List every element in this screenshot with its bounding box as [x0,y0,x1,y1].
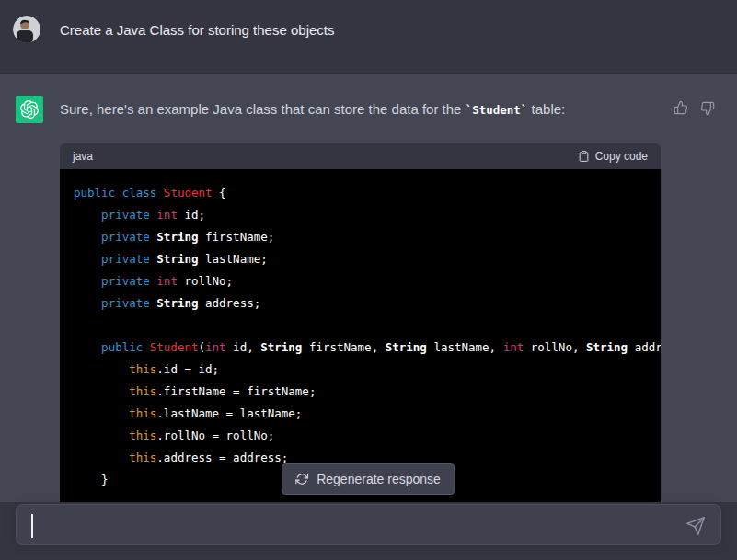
code-line: private String lastName; [74,248,647,270]
thumbs-up-button[interactable] [674,98,688,116]
code-content[interactable]: public class Student { private int id; p… [60,169,661,502]
regenerate-icon [295,473,308,486]
user-message-text: Create a Java Class for storing these ob… [60,22,334,38]
assistant-avatar [16,96,43,123]
thumbs-down-button[interactable] [700,101,715,116]
assistant-intro-text: Sure, here's an example Java class that … [60,101,565,117]
assistant-message-row: Sure, here's an example Java class that … [0,73,737,502]
copy-code-button[interactable]: Copy code [578,150,648,163]
code-line: private String firstName; [74,226,647,248]
thumbs-up-icon [674,100,688,115]
regenerate-label: Regenerate response [317,472,441,486]
code-block-header: java Copy code [60,143,661,169]
user-message-row: Create a Java Class for storing these ob… [0,0,737,73]
message-input[interactable] [31,512,676,537]
chat-app: Create a Java Class for storing these ob… [0,0,737,560]
clipboard-icon [578,150,590,163]
openai-logo-icon [20,100,39,119]
user-avatar [13,16,40,43]
copy-code-label: Copy code [595,150,648,163]
code-line: public Student(int id, String firstName,… [74,337,647,359]
code-language-label: java [73,150,93,163]
intro-text-after: table: [527,101,565,117]
code-line: this.rollNo = rollNo; [74,425,647,447]
composer-area [0,502,737,560]
message-input-box[interactable] [16,504,721,545]
code-line: private int rollNo; [74,270,647,292]
code-line: private int id; [74,204,647,226]
send-button[interactable] [685,514,709,538]
inline-code-student: `Student` [466,103,528,117]
thumbs-down-icon [700,101,715,116]
user-photo-icon [13,16,40,43]
intro-text-before: Sure, here's an example Java class that … [60,101,466,117]
code-line: this.firstName = firstName; [74,381,647,403]
code-block: java Copy code public class Student { pr… [60,143,661,502]
code-line: public class Student { [74,182,647,204]
code-line [74,314,647,337]
feedback-buttons [674,98,715,116]
regenerate-response-button[interactable]: Regenerate response [282,463,455,495]
code-line: this.id = id; [74,359,647,381]
send-icon [685,516,706,536]
code-line: private String address; [74,292,647,314]
code-line: this.lastName = lastName; [74,403,647,425]
